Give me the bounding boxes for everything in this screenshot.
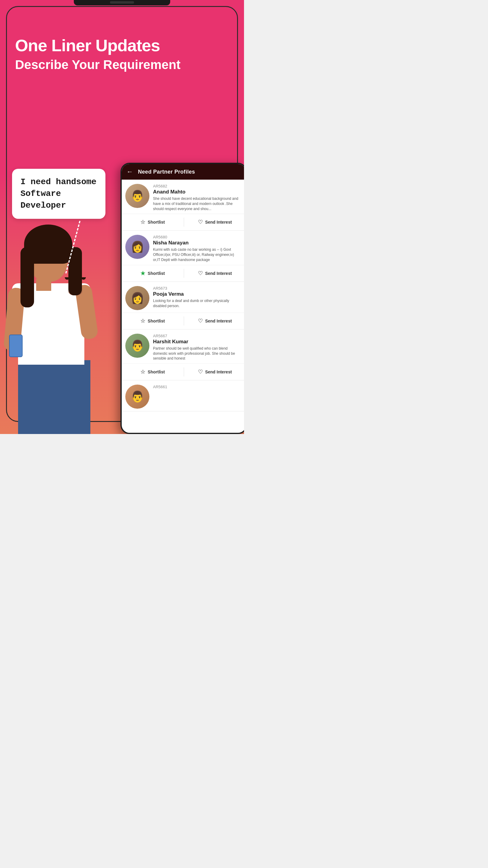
star-icon: ☆ [140,318,145,324]
avatar-harshit-kumar[interactable]: 👨 [125,334,150,358]
profile-id: AR5661 [153,384,242,389]
app-header: ← Need Partner Profiles [122,164,244,180]
profile-id: AR5673 [153,286,242,290]
figure-jeans [18,360,90,434]
profile-name: Anand Mahto [153,189,242,195]
phone-front: ← Need Partner Profiles 👨 AR5682 Anand M… [121,163,244,434]
profile-list: 👨 AR5682 Anand Mahto She should have dec… [122,180,244,411]
profile-details-ar5680: AR5680 Nisha Narayan Kurmi with sub cast… [153,235,242,262]
avatar-ar5661[interactable]: 👨 [125,384,150,409]
shortlist-label: Shortlist [148,271,165,276]
shortlist-button-ar5682[interactable]: ☆ Shortlist [122,216,184,228]
shortlist-button-ar5673[interactable]: ☆ Shortlist [122,315,184,327]
profile-name: Nisha Narayan [153,240,242,246]
profile-info-row: 👨 AR5667 Harshit Kumar Partner should be… [122,330,244,364]
shortlist-button-ar5680[interactable]: ★ Shortlist [122,268,184,279]
heart-icon: ♡ [198,369,203,375]
action-row-ar5680: ★ Shortlist ♡ Send Interest [122,265,244,281]
star-icon: ☆ [140,219,145,225]
profile-details-ar5673: AR5673 Pooja Verma Looking for a deaf an… [153,286,242,309]
back-button[interactable]: ← [127,168,133,176]
profile-id: AR5680 [153,235,242,239]
send-interest-label: Send Interest [205,220,232,224]
page-wrapper: One Liner Updates Describe Your Requirem… [0,0,244,434]
shortlist-label: Shortlist [148,370,165,374]
profile-info-row: 👨 AR5661 [122,380,244,411]
avatar-icon: 👨 [125,384,150,409]
send-interest-label: Send Interest [205,318,232,323]
send-interest-button-ar5673[interactable]: ♡ Send Interest [184,315,244,327]
avatar-nisha-narayan[interactable]: 👩 [125,235,150,259]
phone-notch [110,1,134,4]
shortlist-label: Shortlist [148,318,165,323]
shortlist-label: Shortlist [148,220,165,224]
send-interest-button-ar5682[interactable]: ♡ Send Interest [184,216,244,228]
hero-title: One Liner Updates [15,36,181,55]
profile-card-ar5661: 👨 AR5661 [122,380,244,411]
avatar-anand-mahto[interactable]: 👨 [125,184,150,208]
avatar-icon: 👨 [125,334,150,358]
profile-card-ar5667: 👨 AR5667 Harshit Kumar Partner should be… [122,330,244,380]
heart-icon: ♡ [198,318,203,324]
action-row-ar5682: ☆ Shortlist ♡ Send Interest [122,214,244,230]
profile-id: AR5682 [153,184,242,188]
send-interest-label: Send Interest [205,271,232,276]
profile-card-ar5682: 👨 AR5682 Anand Mahto She should have dec… [122,180,244,230]
profile-details-ar5682: AR5682 Anand Mahto She should have decen… [153,184,242,211]
avatar-icon: 👩 [125,235,150,259]
profile-id: AR5667 [153,334,242,338]
figure-phone [9,335,23,357]
profile-details-ar5661: AR5661 [153,384,242,390]
profile-bio: She should have decent educational backg… [153,196,242,211]
speech-bubble-text: I need handsomeSoftware Developer [21,176,97,212]
phone-top-bar [74,0,170,5]
profile-bio: Partner should be well qualified who can… [153,346,242,361]
avatar-icon: 👨 [125,184,150,208]
app-header-title: Need Partner Profiles [138,169,195,175]
send-interest-button-ar5680[interactable]: ♡ Send Interest [184,268,244,279]
figure-hair-left [21,247,34,307]
avatar-pooja-verma[interactable]: 👩 [125,286,150,310]
profile-details-ar5667: AR5667 Harshit Kumar Partner should be w… [153,334,242,361]
profile-card-ar5673: 👩 AR5673 Pooja Verma Looking for a deaf … [122,282,244,330]
profile-bio: Kurmi with sub caste no bar working as -… [153,247,242,262]
heart-icon: ♡ [198,270,203,277]
action-row-ar5673: ☆ Shortlist ♡ Send Interest [122,313,244,329]
shortlist-button-ar5667[interactable]: ☆ Shortlist [122,366,184,378]
profile-card-ar5680: 👩 AR5680 Nisha Narayan Kurmi with sub ca… [122,230,244,281]
profile-info-row: 👨 AR5682 Anand Mahto She should have dec… [122,180,244,214]
send-interest-button-ar5667[interactable]: ♡ Send Interest [184,366,244,378]
profile-name: Harshit Kumar [153,339,242,345]
profile-bio: Looking for a deaf and dumb or other phy… [153,299,242,309]
avatar-icon: 👩 [125,286,150,310]
speech-bubble: I need handsomeSoftware Developer [12,169,105,219]
action-row-ar5667: ☆ Shortlist ♡ Send Interest [122,364,244,380]
heart-icon: ♡ [198,219,203,225]
send-interest-label: Send Interest [205,370,232,374]
profile-name: Pooja Verma [153,291,242,297]
hero-subtitle: Describe Your Requirement [15,57,181,72]
star-icon: ☆ [140,369,145,375]
profile-info-row: 👩 AR5680 Nisha Narayan Kurmi with sub ca… [122,230,244,265]
profile-info-row: 👩 AR5673 Pooja Verma Looking for a deaf … [122,282,244,313]
star-icon-filled: ★ [140,270,145,277]
hero-section: One Liner Updates Describe Your Requirem… [15,36,181,72]
